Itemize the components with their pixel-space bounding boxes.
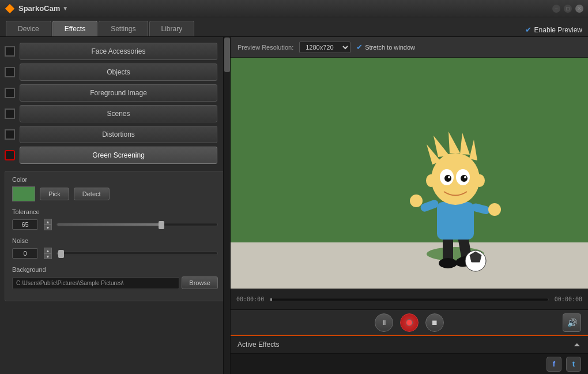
svg-point-20 [444,175,451,182]
background-path-input[interactable] [12,277,179,289]
bottom-bar: f t [231,353,588,374]
noise-stepper: ▲ ▼ [44,248,52,259]
time-start: 00:00:00 [236,296,264,302]
color-section: Color Pick Detect [12,176,218,201]
app-dropdown[interactable]: ▼ [62,5,68,12]
transport-bar: ⏸ ⏹ 🔊 [231,309,588,335]
face-accessories-checkbox[interactable] [5,46,15,57]
face-accessories-button[interactable]: Face Accessories [20,43,217,60]
window-controls: – □ ✕ [552,5,583,13]
noise-slider-track[interactable] [56,252,218,255]
bart-svg [369,104,542,289]
tolerance-stepper: ▲ ▼ [44,219,52,230]
svg-point-25 [474,174,485,187]
scenes-button[interactable]: Scenes [20,105,217,122]
twitter-icon: t [572,360,575,368]
foreground-image-button[interactable]: Foreground Image [20,84,217,102]
svg-point-10 [488,203,501,216]
svg-point-24 [426,174,436,187]
tab-library[interactable]: Library [149,21,195,36]
svg-marker-16 [460,133,470,155]
tolerance-section: Tolerance ▲ ▼ [12,208,218,230]
close-button[interactable]: ✕ [575,5,583,13]
effect-row-green-screening: Green Screening [0,145,222,165]
volume-button[interactable]: 🔊 [563,313,581,332]
svg-point-4 [439,258,457,268]
objects-button[interactable]: Objects [20,63,217,81]
svg-marker-14 [434,136,450,157]
foreground-image-checkbox[interactable] [5,88,15,98]
record-dot-icon [406,319,413,326]
preview-resolution-label: Preview Resolution: [238,44,293,51]
tab-effects[interactable]: Effects [52,21,97,36]
noise-down[interactable]: ▼ [44,253,52,259]
noise-label: Noise [12,237,218,244]
checkmark-icon-stretch: ✔ [356,43,363,51]
pick-button[interactable]: Pick [40,188,69,200]
green-screen-panel: Color Pick Detect Tolerance ▲ ▼ [5,171,225,301]
noise-input[interactable] [12,248,38,259]
timeline-position [270,298,272,301]
tab-device[interactable]: Device [6,21,51,36]
effect-row-distortions: Distortions [0,125,222,144]
color-row: Pick Detect [12,186,218,201]
svg-point-23 [464,176,466,178]
svg-marker-0 [5,4,14,13]
pause-button[interactable]: ⏸ [375,313,393,332]
pause-icon: ⏸ [380,319,387,327]
scenes-checkbox[interactable] [5,109,15,119]
svg-marker-15 [448,132,460,153]
snapshot-button[interactable]: ⏹ [425,313,444,332]
twitter-button[interactable]: t [566,357,581,372]
stretch-label: Stretch to window [365,44,415,51]
resolution-select[interactable]: 1280x720 640x480 1920x1080 [299,42,350,53]
noise-section: Noise ▲ ▼ [12,237,218,259]
tolerance-slider-track[interactable] [56,223,218,226]
record-button[interactable] [400,313,419,332]
tolerance-slider-thumb [159,221,164,229]
left-scrollbar[interactable] [223,37,230,374]
facebook-icon: f [553,360,555,368]
time-end: 00:00:00 [555,296,582,302]
main-content: Face Accessories Objects Foreground Imag… [0,37,588,374]
effect-row-foreground-image: Foreground Image [0,83,222,103]
green-screening-button[interactable]: Green Screening [20,147,217,164]
tolerance-down[interactable]: ▼ [44,225,52,230]
maximize-button[interactable]: □ [564,5,572,13]
detect-button[interactable]: Detect [74,188,110,200]
color-swatch[interactable] [12,186,35,201]
preview-image [231,58,588,289]
timeline-bar: 00:00:00 00:00:00 [231,289,588,309]
app-name: SparkoCam [18,4,60,13]
enable-preview-container: ✔ Enable Preview [525,25,582,36]
scroll-thumb[interactable] [224,38,230,72]
timeline-track[interactable] [270,298,549,301]
svg-marker-17 [469,140,477,160]
objects-checkbox[interactable] [5,67,15,77]
tolerance-up[interactable]: ▲ [44,219,52,225]
color-label: Color [12,176,218,183]
app-logo [5,3,15,14]
right-panel: Preview Resolution: 1280x720 640x480 192… [231,37,588,374]
left-panel: Face Accessories Objects Foreground Imag… [0,37,231,374]
tab-settings[interactable]: Settings [99,21,148,36]
tolerance-slider-fill [57,223,161,226]
distortions-button[interactable]: Distortions [20,126,217,143]
effects-list: Face Accessories Objects Foreground Imag… [0,37,230,171]
stretch-check-container: ✔ Stretch to window [356,43,415,51]
active-effects-bar: Active Effects ⏶ [231,335,588,353]
tolerance-input[interactable] [12,219,38,230]
preview-area [231,58,588,289]
browse-row: Browse [12,276,218,289]
minimize-button[interactable]: – [552,5,560,13]
facebook-button[interactable]: f [546,357,561,372]
green-screening-checkbox[interactable] [5,150,15,160]
collapse-button[interactable]: ⏶ [573,340,581,349]
background-section: Background Browse [12,266,218,289]
checkmark-icon: ✔ [525,25,532,34]
distortions-checkbox[interactable] [5,129,15,140]
effect-row-objects: Objects [0,62,222,82]
noise-up[interactable]: ▲ [44,248,52,253]
active-effects-label: Active Effects [238,341,279,349]
browse-button[interactable]: Browse [182,276,218,289]
